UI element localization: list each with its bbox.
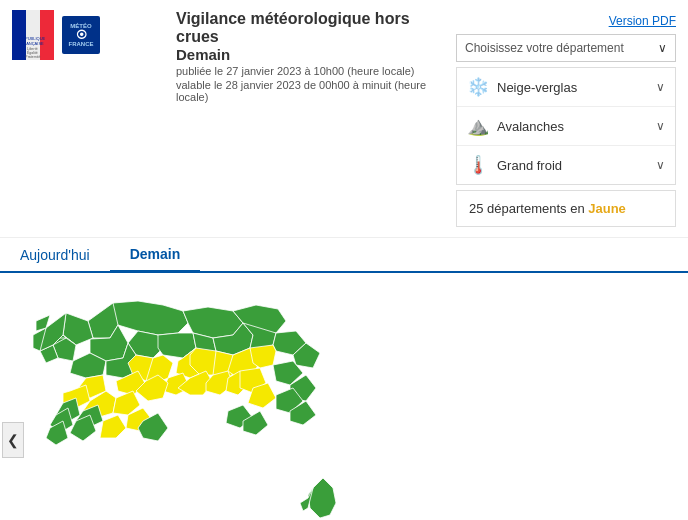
france-map xyxy=(28,283,368,520)
neige-verglas-chevron: ∨ xyxy=(656,80,665,94)
department-selector[interactable]: Choisissez votre département ∨ xyxy=(456,34,676,62)
avalanches-label: Avalanches xyxy=(497,119,564,134)
page-container: RÉPUBLIQUE FRANÇAISE Liberté Égalité Fra… xyxy=(0,0,688,520)
main-content: ❮ xyxy=(0,273,688,520)
dept-count-color: Jaune xyxy=(588,201,626,216)
version-pdf-link[interactable]: Version PDF xyxy=(609,14,676,28)
avalanches-icon: ⛰️ xyxy=(467,115,489,137)
valid-date: valable le 28 janvier 2023 de 00h00 à mi… xyxy=(176,79,456,103)
logo-section: RÉPUBLIQUE FRANÇAISE Liberté Égalité Fra… xyxy=(12,10,172,60)
neige-verglas-icon: ❄️ xyxy=(467,76,489,98)
published-date: publiée le 27 janvier 2023 à 10h00 (heur… xyxy=(176,65,456,77)
alert-item-avalanches[interactable]: ⛰️ Avalanches ∨ xyxy=(457,107,675,146)
republic-logo: RÉPUBLIQUE FRANÇAISE Liberté Égalité Fra… xyxy=(12,10,54,60)
tab-demain[interactable]: Demain xyxy=(110,238,201,273)
avalanches-chevron: ∨ xyxy=(656,119,665,133)
page-subtitle: Demain xyxy=(176,46,456,63)
dept-count-box: 25 départements en Jaune xyxy=(456,190,676,227)
tab-aujourd-hui[interactable]: Aujourd'hui xyxy=(0,238,110,271)
grand-froid-label: Grand froid xyxy=(497,158,562,173)
dept-select-chevron: ∨ xyxy=(658,41,667,55)
alert-item-neige-verglas[interactable]: ❄️ Neige-verglas ∨ xyxy=(457,68,675,107)
header-text: Vigilance météorologique hors crues Dema… xyxy=(172,10,456,103)
tabs-bar: Aujourd'hui Demain xyxy=(0,238,688,273)
right-controls: Version PDF Choisissez votre département… xyxy=(456,10,676,227)
grand-froid-chevron: ∨ xyxy=(656,158,665,172)
grand-froid-icon: 🌡️ xyxy=(467,154,489,176)
svg-rect-2 xyxy=(40,10,54,60)
svg-rect-0 xyxy=(12,10,26,60)
alert-item-grand-froid[interactable]: 🌡️ Grand froid ∨ xyxy=(457,146,675,184)
alert-items-panel: ❄️ Neige-verglas ∨ ⛰️ Avalanches ∨ xyxy=(456,67,676,185)
neige-verglas-label: Neige-verglas xyxy=(497,80,577,95)
dept-select-placeholder: Choisissez votre département xyxy=(465,41,624,55)
page-title: Vigilance météorologique hors crues xyxy=(176,10,456,46)
tab-spacer xyxy=(200,238,688,271)
nav-prev-button[interactable]: ❮ xyxy=(2,422,24,458)
map-section: ❮ xyxy=(0,273,688,520)
header: RÉPUBLIQUE FRANÇAISE Liberté Égalité Fra… xyxy=(0,0,688,238)
meteo-france-logo: MÉTÉO ⦿ FRANCE xyxy=(62,16,100,54)
